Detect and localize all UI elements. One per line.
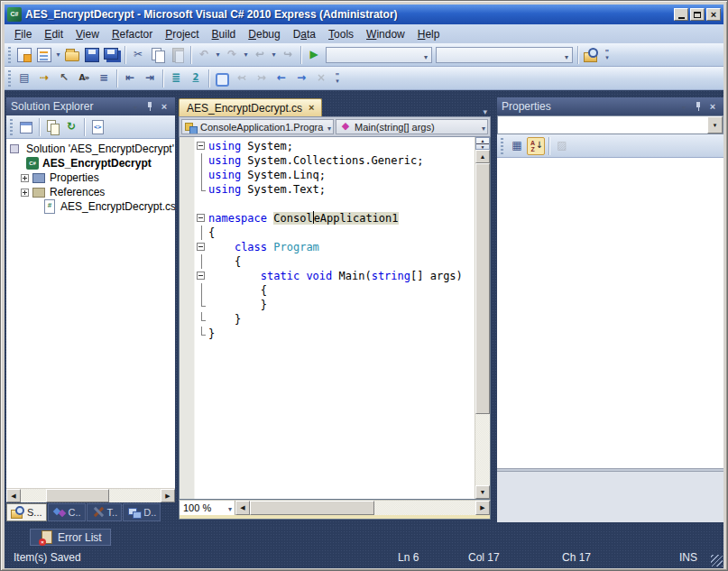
close-button[interactable]: × (706, 8, 721, 21)
next-bookmark-folder-button[interactable] (291, 69, 311, 88)
parameter-info-button[interactable] (34, 69, 54, 88)
toolbar-grip[interactable] (10, 119, 13, 135)
code-line[interactable]: static void Main(string[] args) (195, 269, 475, 283)
save-all-button[interactable] (102, 45, 122, 65)
collapse-minus-icon[interactable] (197, 272, 205, 280)
code-line[interactable]: { (195, 254, 475, 269)
pin-button[interactable] (692, 100, 705, 113)
navigate-backward-button[interactable] (250, 45, 270, 65)
solution-explorer-hscrollbar[interactable] (6, 488, 175, 502)
outline-collapse-box[interactable] (195, 211, 208, 226)
menu-project[interactable]: Project (159, 26, 205, 42)
scroll-thumb[interactable] (250, 501, 374, 515)
tool-tab-class-view[interactable]: C.. (48, 503, 86, 521)
panel-menu-button[interactable] (677, 100, 690, 113)
menu-refactor[interactable]: Refactor (106, 26, 159, 42)
expand-plus-icon[interactable] (21, 174, 29, 182)
quick-info-button[interactable] (54, 69, 74, 88)
member-dropdown[interactable]: Main(string[] args) (336, 119, 488, 134)
word-completion-button[interactable] (74, 69, 94, 88)
collapse-minus-icon[interactable] (197, 214, 205, 222)
paste-button[interactable] (168, 45, 188, 65)
editor-hscrollbar[interactable] (235, 501, 490, 515)
outline-collapse-box[interactable] (195, 269, 208, 283)
collapse-minus-icon[interactable] (197, 243, 205, 251)
view-code-button[interactable] (88, 118, 106, 136)
properties-header[interactable]: Properties (497, 97, 723, 115)
collapse-minus-icon[interactable] (197, 142, 205, 150)
object-selector-combobox[interactable] (497, 115, 723, 134)
menu-help[interactable]: Help (411, 26, 447, 42)
menu-build[interactable]: Build (206, 26, 243, 42)
undo-button[interactable] (194, 45, 214, 65)
tab-error-list[interactable]: Error List (30, 529, 111, 546)
maximize-button[interactable] (690, 8, 705, 21)
scroll-track[interactable] (21, 489, 161, 502)
code-line[interactable]: } (195, 327, 475, 341)
toolbar-combobox[interactable] (436, 47, 573, 63)
comment-selection-button[interactable] (166, 69, 186, 88)
menu-window[interactable]: Window (360, 26, 411, 42)
outline-collapse-box[interactable] (195, 240, 208, 254)
code-lines[interactable]: using System;using System.Collections.Ge… (195, 137, 475, 499)
scroll-track[interactable] (250, 501, 475, 515)
solution-explorer-header[interactable]: Solution Explorer (6, 97, 175, 115)
code-line[interactable]: using System; (195, 139, 475, 153)
tab-aes-encryptdecrypt-cs[interactable]: AES_EncryptDecrypt.cs × (179, 98, 322, 116)
scroll-up-button[interactable] (475, 150, 490, 163)
toolbar-combobox[interactable] (326, 47, 432, 63)
title-bar[interactable]: C# AES_EncryptDecrypt - Microsoft Visual… (5, 5, 723, 24)
cut-button[interactable] (128, 45, 148, 65)
open-file-button[interactable] (62, 45, 82, 65)
indicator-margin[interactable] (180, 137, 195, 499)
menu-view[interactable]: View (69, 26, 106, 42)
toggle-bookmark-button[interactable] (212, 69, 232, 88)
split-window-handle[interactable] (475, 137, 490, 150)
code-line[interactable]: } (195, 298, 475, 312)
scroll-thumb[interactable] (475, 163, 490, 414)
panel-close-button[interactable] (158, 100, 170, 113)
tree-item-properties[interactable]: Properties (6, 170, 175, 185)
decrease-indent-button[interactable] (120, 69, 140, 88)
redo-dropdown-arrow[interactable]: ▾ (242, 51, 250, 59)
code-line[interactable]: { (195, 226, 475, 240)
code-line[interactable]: using System.Linq; (195, 168, 475, 182)
property-pages-button[interactable] (553, 137, 571, 155)
categorized-button[interactable] (508, 137, 526, 155)
toolbar-overflow-button[interactable]: "▾ (601, 45, 613, 65)
properties-window-button[interactable] (17, 118, 35, 136)
resize-grip[interactable] (711, 555, 723, 566)
add-new-item-button[interactable] (34, 45, 54, 65)
code-line[interactable]: using System.Collections.Generic; (195, 153, 475, 168)
clear-bookmarks-button[interactable] (311, 69, 331, 88)
uncomment-selection-button[interactable] (186, 69, 206, 88)
sort-alphabetical-button[interactable] (527, 137, 545, 155)
document-list-dropdown[interactable] (483, 102, 487, 118)
menu-debug[interactable]: Debug (242, 26, 286, 42)
refresh-button[interactable] (62, 118, 80, 136)
code-line[interactable] (195, 197, 475, 211)
display-outline-button[interactable] (94, 69, 114, 88)
minimize-button[interactable] (674, 8, 688, 21)
scroll-left-button[interactable] (235, 501, 250, 515)
previous-bookmark-folder-button[interactable] (272, 69, 291, 88)
tree-item-references[interactable]: References (6, 185, 175, 199)
find-in-files-button[interactable] (581, 45, 601, 65)
pin-button[interactable] (143, 100, 156, 113)
menu-data[interactable]: Data (287, 26, 322, 42)
menu-edit[interactable]: Edit (38, 26, 69, 42)
redo-button[interactable] (222, 45, 242, 65)
tool-tab-solution-explorer[interactable]: S... (6, 503, 47, 521)
toolbar-grip[interactable] (8, 70, 11, 87)
scroll-right-button[interactable] (161, 489, 175, 502)
code-line[interactable]: using System.Text; (195, 182, 475, 197)
code-line[interactable]: } (195, 312, 475, 327)
scroll-right-button[interactable] (475, 501, 490, 515)
tool-tab-toolbox[interactable]: T.. (87, 503, 123, 521)
scroll-track[interactable] (475, 163, 490, 485)
member-list-button[interactable] (14, 69, 34, 88)
increase-indent-button[interactable] (140, 69, 160, 88)
next-bookmark-button[interactable] (252, 69, 272, 88)
panel-close-button[interactable] (706, 100, 719, 113)
undo-dropdown-arrow[interactable]: ▾ (214, 51, 222, 59)
